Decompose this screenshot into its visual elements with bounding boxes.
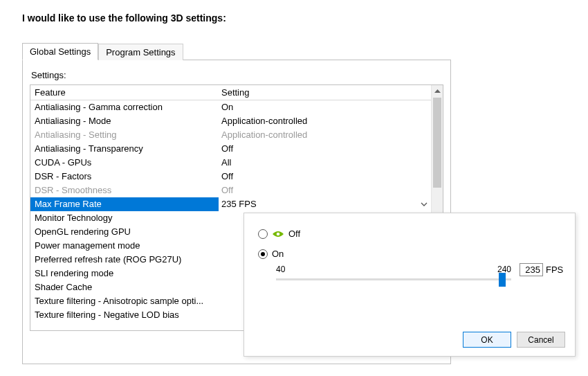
setting-cell: Off [221, 183, 443, 197]
setting-cell: On [221, 100, 443, 114]
feature-cell: Antialiasing - Mode [35, 114, 221, 128]
setting-cell: Application-controlled [221, 114, 443, 128]
fps-input[interactable] [520, 263, 543, 276]
radio-off-label: Off [288, 229, 300, 239]
feature-cell: Shader Cache [35, 280, 221, 294]
settings-label: Settings: [31, 70, 443, 80]
scrollbar-thumb[interactable] [433, 98, 441, 188]
fps-slider[interactable] [276, 278, 511, 280]
feature-cell: CUDA - GPUs [35, 156, 221, 170]
fps-slider-area: 40 240 FPS [276, 265, 539, 280]
radio-off-row[interactable]: Off [258, 229, 561, 239]
radio-on-row[interactable]: On [258, 249, 561, 259]
ok-button[interactable]: OK [463, 332, 511, 348]
feature-cell: Preferred refresh rate (ROG PG27U) [35, 253, 221, 267]
table-row[interactable]: Antialiasing - TransparencyOff [30, 142, 443, 156]
table-row[interactable]: Antialiasing - Gamma correctionOn [30, 100, 443, 114]
tab-program-settings[interactable]: Program Settings [98, 44, 183, 60]
table-row[interactable]: Max Frame Rate235 FPS [30, 197, 443, 211]
table-row[interactable]: DSR - SmoothnessOff [30, 183, 443, 197]
table-row[interactable]: DSR - FactorsOff [30, 170, 443, 183]
cancel-button[interactable]: Cancel [517, 332, 565, 348]
chevron-down-icon[interactable] [421, 201, 428, 208]
radio-on-label: On [272, 249, 284, 259]
grid-header: Feature Setting [30, 85, 443, 100]
setting-cell: Application-controlled [221, 128, 443, 142]
feature-cell: SLI rendering mode [35, 267, 221, 280]
feature-cell: Texture filtering - Anisotropic sample o… [35, 294, 221, 308]
column-header-feature[interactable]: Feature [35, 86, 221, 100]
feature-cell: Texture filtering - Negative LOD bias [35, 308, 221, 322]
setting-cell: All [221, 156, 443, 170]
feature-cell: OpenGL rendering GPU [35, 225, 221, 239]
tab-global-settings[interactable]: Global Settings [22, 43, 98, 60]
scroll-up-icon[interactable] [432, 85, 443, 97]
feature-cell: DSR - Factors [35, 170, 221, 183]
feature-cell: Antialiasing - Setting [35, 128, 221, 142]
table-row[interactable]: Antialiasing - SettingApplication-contro… [30, 128, 443, 142]
feature-cell: Monitor Technology [35, 211, 221, 225]
fps-unit-label: FPS [546, 265, 563, 275]
fps-slider-thumb[interactable] [499, 273, 506, 287]
radio-on[interactable] [258, 249, 268, 259]
tab-bar: Global Settings Program Settings [22, 43, 451, 60]
setting-cell[interactable]: 235 FPS [219, 197, 443, 211]
slider-min-label: 40 [276, 265, 285, 274]
table-row[interactable]: CUDA - GPUsAll [30, 156, 443, 170]
page-title: I would like to use the following 3D set… [0, 0, 588, 24]
setting-cell: Off [221, 142, 443, 156]
nvidia-eye-icon [272, 230, 284, 238]
setting-cell: Off [221, 170, 443, 183]
feature-cell: Antialiasing - Transparency [35, 142, 221, 156]
svg-point-0 [277, 232, 280, 235]
feature-cell: Antialiasing - Gamma correction [35, 100, 221, 114]
radio-off[interactable] [258, 229, 268, 239]
max-frame-rate-popup: Off On 40 240 FPS OK Cancel [244, 213, 576, 357]
table-row[interactable]: Antialiasing - ModeApplication-controlle… [30, 114, 443, 128]
feature-cell: DSR - Smoothness [35, 183, 221, 197]
column-header-setting[interactable]: Setting [221, 86, 443, 100]
feature-cell: Max Frame Rate [35, 197, 221, 211]
feature-cell: Power management mode [35, 239, 221, 253]
